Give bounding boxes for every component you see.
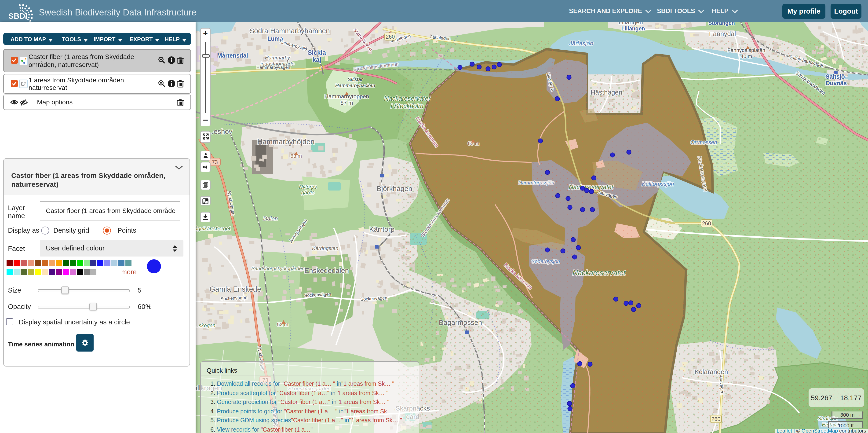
- svg-text:i Stockholm: i Stockholm: [391, 102, 424, 109]
- svg-text:260: 260: [711, 416, 720, 422]
- svg-text:73: 73: [212, 159, 218, 165]
- svg-text:Duvnäs: Duvnäs: [826, 80, 847, 86]
- svg-text:Saltsjö-: Saltsjö-: [826, 73, 847, 80]
- svg-text:Orrmossen: Orrmossen: [690, 139, 717, 145]
- svg-text:Lillängen: Lillängen: [619, 22, 643, 26]
- svg-text:Kärrtorp: Kärrtorp: [369, 225, 395, 233]
- svg-text:Fannydal: Fannydal: [709, 30, 736, 37]
- svg-text:Hammarbybacken: Hammarbybacken: [335, 82, 375, 88]
- svg-text:Hammarbyvägen: Hammarbyvägen: [256, 65, 290, 69]
- svg-text:Kolarängen: Kolarängen: [694, 368, 728, 375]
- svg-text:Nackareservatet: Nackareservatet: [384, 95, 431, 102]
- svg-text:Sickla: Sickla: [308, 49, 326, 56]
- svg-text:Nytorps: Nytorps: [299, 184, 317, 190]
- svg-text:Storängen: Storängen: [708, 22, 735, 26]
- svg-text:Björkhagen: Björkhagen: [377, 184, 412, 192]
- svg-text:Järlasjön: Järlasjön: [569, 39, 593, 47]
- svg-text:ågelkärrsberget: ågelkärrsberget: [195, 225, 230, 231]
- svg-text:Källtorpssjön: Källtorpssjön: [642, 181, 674, 187]
- svg-text:Hammarbyhöjden: Hammarbyhöjden: [257, 137, 315, 146]
- svg-text:87 m: 87 m: [340, 99, 353, 106]
- svg-text:Dammtorpssjön: Dammtorpssjön: [518, 180, 554, 185]
- svg-text:Lillängen: Lillängen: [621, 25, 645, 31]
- svg-text:Mårtensdal: Mårtensdal: [217, 52, 248, 59]
- svg-text:Kärringstan: Kärringstan: [312, 245, 339, 251]
- svg-text:Skistar: Skistar: [348, 76, 363, 82]
- svg-text:Sandsborgskyrkogården: Sandsborgskyrkogården: [251, 266, 305, 271]
- svg-text:Hästhagen: Hästhagen: [591, 89, 622, 96]
- svg-text:SBDI: SBDI: [8, 12, 28, 20]
- svg-text:Söderbysjön: Söderbysjön: [531, 258, 560, 264]
- svg-text:Hammarby: Hammarby: [265, 55, 290, 60]
- svg-text:Södra Hammarbyhamnen: Södra Hammarbyhamnen: [249, 27, 330, 34]
- svg-text:Nackareservatet: Nackareservatet: [572, 269, 626, 277]
- svg-text:kaj: kaj: [312, 56, 321, 63]
- svg-text:Bagarmossen: Bagarmossen: [439, 318, 482, 326]
- svg-text:260: 260: [702, 220, 711, 226]
- svg-text:Enskededalen: Enskededalen: [304, 266, 349, 274]
- svg-text:Fannydalsplatån: Fannydalsplatån: [727, 47, 765, 53]
- svg-text:…skogen: …skogen: [195, 322, 215, 328]
- svg-text:260: 260: [386, 33, 395, 39]
- svg-text:gärde: gärde: [301, 189, 314, 195]
- svg-text:Gamla Enskede: Gamla Enskede: [210, 285, 261, 293]
- svg-text:Dalen: Dalen: [263, 215, 278, 221]
- svg-text:40 m: 40 m: [741, 53, 752, 59]
